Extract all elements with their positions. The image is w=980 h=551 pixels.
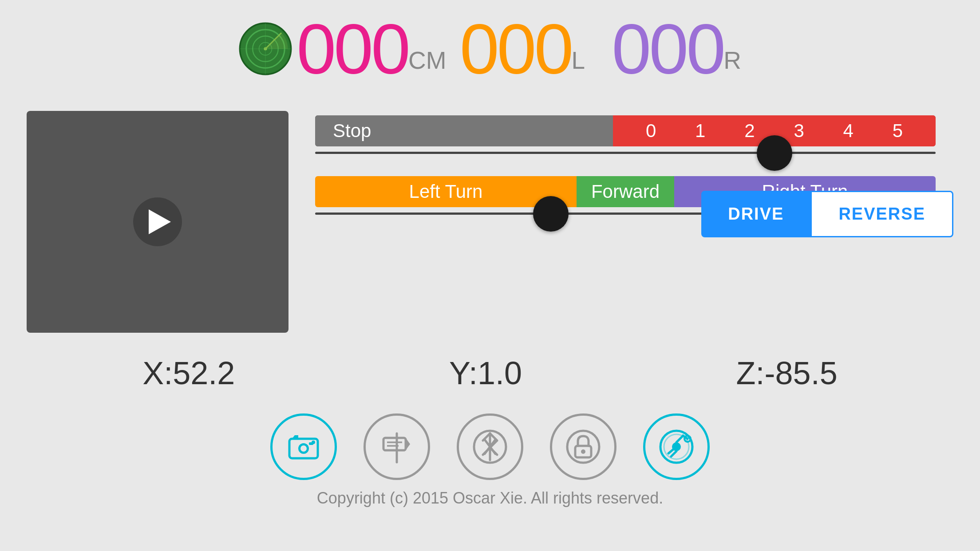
svg-marker-9 bbox=[292, 435, 298, 439]
sensor-cm-value: 000 bbox=[296, 13, 408, 84]
header: 000 CM 000 L 000 R bbox=[0, 0, 980, 84]
svg-point-11 bbox=[300, 445, 307, 452]
sensor-l-value: 000 bbox=[460, 13, 572, 84]
speed-thumb[interactable] bbox=[757, 135, 792, 171]
robot-arm-icon bbox=[659, 429, 694, 464]
bottom-icons bbox=[0, 413, 980, 480]
z-sensor: Z:-85.5 bbox=[736, 355, 838, 391]
speed-num-5: 5 bbox=[893, 120, 903, 142]
stop-label: Stop bbox=[333, 120, 371, 142]
bluetooth-icon bbox=[472, 429, 508, 464]
robot-arm-button[interactable] bbox=[643, 413, 710, 480]
svg-marker-16 bbox=[406, 438, 410, 450]
speed-slider-wrapper: Stop 0 1 2 3 4 5 bbox=[315, 115, 936, 154]
drive-reverse-buttons: DRIVE REVERSE bbox=[701, 191, 953, 237]
sensor-cm-unit: CM bbox=[408, 46, 447, 75]
speed-bar: Stop 0 1 2 3 4 5 bbox=[315, 115, 936, 146]
speed-num-3: 3 bbox=[794, 120, 804, 142]
forward-section: Forward bbox=[577, 176, 674, 207]
speed-num-4: 4 bbox=[843, 120, 854, 142]
speed-num-2: 2 bbox=[744, 120, 755, 142]
speed-num-0: 0 bbox=[646, 120, 656, 142]
sensor-l-unit: L bbox=[572, 46, 585, 75]
svg-line-28 bbox=[671, 451, 676, 457]
svg-rect-13 bbox=[309, 442, 313, 445]
copyright: Copyright (c) 2015 Oscar Xie. All rights… bbox=[0, 489, 980, 508]
left-turn-label: Left Turn bbox=[409, 181, 483, 202]
sensor-r-unit: R bbox=[723, 46, 741, 75]
sign-button[interactable] bbox=[364, 413, 430, 480]
play-icon bbox=[149, 209, 171, 234]
play-button[interactable] bbox=[133, 197, 182, 246]
direction-thumb[interactable] bbox=[533, 196, 569, 232]
speed-num-1: 1 bbox=[695, 120, 705, 142]
radar-icon bbox=[239, 22, 292, 75]
drive-button[interactable]: DRIVE bbox=[701, 191, 810, 237]
sensor-r-value: 000 bbox=[612, 13, 723, 84]
x-sensor: X:52.2 bbox=[142, 355, 235, 391]
camera-icon bbox=[286, 429, 321, 464]
bluetooth-button[interactable] bbox=[457, 413, 523, 480]
svg-point-22 bbox=[581, 449, 585, 454]
reverse-button[interactable]: REVERSE bbox=[810, 191, 953, 237]
sign-icon bbox=[379, 429, 415, 464]
speed-bar-left: Stop bbox=[315, 115, 613, 146]
forward-label: Forward bbox=[591, 181, 660, 202]
y-sensor: Y:1.0 bbox=[449, 355, 522, 391]
lock-icon bbox=[565, 429, 601, 464]
video-panel bbox=[27, 111, 288, 333]
svg-rect-15 bbox=[383, 438, 406, 450]
sensor-readings: X:52.2 Y:1.0 Z:-85.5 bbox=[0, 333, 980, 391]
camera-button[interactable] bbox=[270, 413, 337, 480]
svg-line-26 bbox=[676, 436, 683, 442]
speed-track[interactable] bbox=[315, 152, 936, 154]
lock-button[interactable] bbox=[550, 413, 616, 480]
